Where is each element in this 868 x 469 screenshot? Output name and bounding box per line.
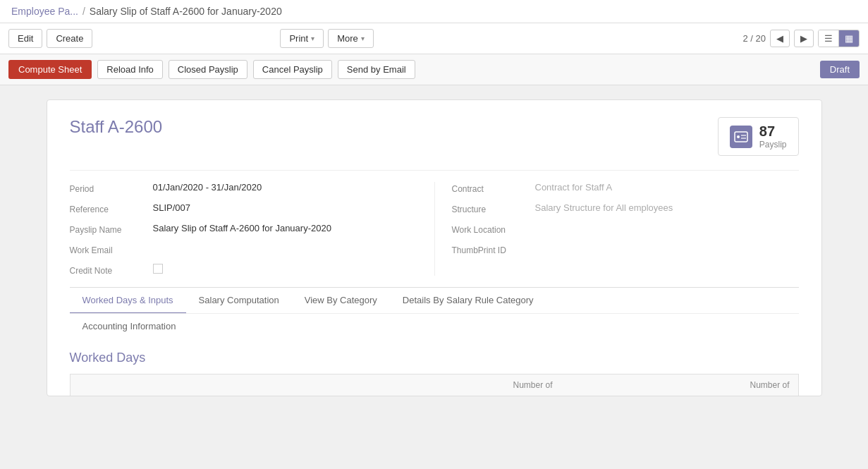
thumbprint-label: ThumbPrint ID [452, 243, 530, 255]
period-field: Period 01/Jan/2020 - 31/Jan/2020 [70, 182, 417, 194]
list-view-button[interactable]: ☰ [819, 30, 839, 47]
work-location-label: Work Location [452, 223, 530, 235]
header-description [79, 380, 316, 390]
payslip-count-value: 87 Payslip [759, 123, 787, 150]
structure-label: Structure [452, 202, 530, 214]
breadcrumb-separator: / [82, 6, 85, 17]
worked-days-section: Worked Days Number of Number of [70, 339, 799, 396]
send-by-email-button[interactable]: Send by Email [338, 60, 415, 79]
grid-view-icon: ▦ [845, 33, 853, 44]
contract-label: Contract [452, 182, 530, 194]
payslip-name-value: Salary Slip of Staff A-2600 for January-… [153, 223, 417, 233]
grid-view-button[interactable]: ▦ [839, 30, 859, 47]
tabs-bar: Worked Days & Inputs Salary Computation … [70, 287, 799, 339]
print-button[interactable]: Print ▾ [280, 29, 324, 48]
view-toggle: ☰ ▦ [818, 30, 860, 47]
reference-field: Reference SLIP/007 [70, 202, 417, 214]
payslip-number: 87 [759, 123, 787, 140]
more-label: More [337, 33, 358, 44]
tab-accounting-info[interactable]: Accounting Information [70, 314, 189, 340]
payslip-counter: 87 Payslip [718, 117, 799, 156]
period-label: Period [70, 182, 147, 194]
payslip-name-field: Payslip Name Salary Slip of Staff A-2600… [70, 223, 417, 235]
closed-payslip-button[interactable]: Closed Payslip [169, 60, 247, 79]
payslip-count-label: Payslip [759, 140, 787, 150]
header-number-of-1: Number of [316, 380, 553, 390]
tab-worked-days[interactable]: Worked Days & Inputs [70, 288, 186, 314]
breadcrumb-parent-link[interactable]: Employee Pa... [11, 6, 78, 17]
more-dropdown-icon: ▾ [361, 35, 365, 42]
payslip-name-label: Payslip Name [70, 223, 147, 235]
left-fields: Period 01/Jan/2020 - 31/Jan/2020 Referen… [70, 182, 434, 276]
reference-value: SLIP/007 [153, 202, 417, 213]
staff-header: Staff A-2600 87 Payslip [70, 117, 799, 156]
compute-sheet-button[interactable]: Compute Sheet [8, 60, 92, 79]
contract-value: Contract for Staff A [535, 182, 799, 193]
pagination-info: 2 / 20 ◀ ▶ ☰ ▦ [742, 30, 860, 47]
work-email-label: Work Email [70, 243, 147, 255]
work-email-field: Work Email [70, 243, 417, 255]
payslip-icon [730, 126, 752, 148]
period-value: 01/Jan/2020 - 31/Jan/2020 [153, 182, 417, 193]
edit-button[interactable]: Edit [8, 29, 42, 48]
main-content: Staff A-2600 87 Payslip [0, 85, 868, 456]
tab-salary-computation[interactable]: Salary Computation [186, 288, 292, 314]
credit-note-field: Credit Note [70, 264, 417, 276]
credit-note-checkbox[interactable] [153, 264, 163, 274]
create-button[interactable]: Create [47, 29, 92, 48]
thumbprint-field: ThumbPrint ID [452, 243, 799, 255]
structure-value: Salary Structure for All employees [535, 202, 799, 213]
print-label: Print [289, 33, 308, 44]
prev-record-button[interactable]: ◀ [770, 30, 790, 47]
pagination-display: 2 / 20 [742, 33, 766, 44]
list-view-icon: ☰ [824, 33, 833, 44]
print-dropdown-icon: ▾ [311, 35, 314, 42]
staff-name: Staff A-2600 [70, 117, 163, 137]
next-record-button[interactable]: ▶ [794, 30, 814, 47]
reference-label: Reference [70, 202, 147, 214]
right-fields: Contract Contract for Staff A Structure … [434, 182, 799, 276]
status-badge: Draft [820, 61, 860, 78]
form-section: Period 01/Jan/2020 - 31/Jan/2020 Referen… [70, 170, 799, 276]
tab-view-by-category[interactable]: View By Category [292, 288, 390, 314]
structure-field: Structure Salary Structure for All emplo… [452, 202, 799, 214]
contract-field: Contract Contract for Staff A [452, 182, 799, 194]
worked-days-title: Worked Days [70, 339, 799, 374]
more-button[interactable]: More ▾ [328, 29, 374, 48]
reload-info-button[interactable]: Reload Info [97, 60, 163, 79]
svg-rect-0 [735, 132, 747, 142]
work-location-field: Work Location [452, 223, 799, 235]
cancel-payslip-button[interactable]: Cancel Payslip [253, 60, 332, 79]
worked-days-table-header: Number of Number of [70, 374, 799, 396]
tab-details-by-salary[interactable]: Details By Salary Rule Category [390, 288, 546, 314]
form-card: Staff A-2600 87 Payslip [47, 99, 822, 396]
svg-point-1 [737, 135, 740, 138]
header-number-of-2: Number of [553, 380, 790, 390]
breadcrumb-current: Salary Slip of Staff A-2600 for January-… [90, 6, 282, 17]
toolbar: Edit Create Print ▾ More ▾ 2 / 20 ◀ ▶ ☰ … [0, 23, 868, 54]
credit-note-label: Credit Note [70, 264, 147, 276]
breadcrumb-bar: Employee Pa... / Salary Slip of Staff A-… [0, 0, 868, 23]
action-bar: Compute Sheet Reload Info Closed Payslip… [0, 54, 868, 85]
